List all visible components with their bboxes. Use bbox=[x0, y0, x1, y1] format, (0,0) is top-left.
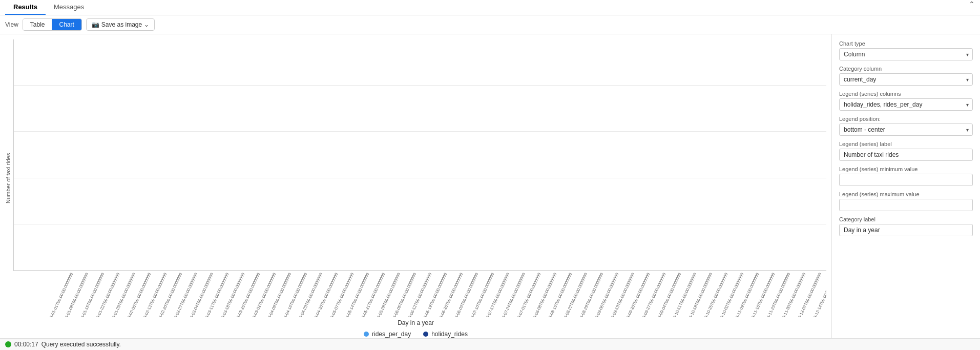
y-axis-label: Number of taxi rides bbox=[5, 39, 11, 317]
category-label-input[interactable] bbox=[839, 224, 973, 236]
legend-dot-rides-per-day bbox=[364, 332, 369, 337]
save-btn-label: Save as image bbox=[101, 21, 142, 28]
chart-area: Number of taxi rides 500k 400k 300k bbox=[0, 34, 831, 341]
x-axis-labels: 2016-01-01T00:00:00.00000002016-01-08T00… bbox=[13, 271, 826, 317]
category-column-select[interactable]: current_day bbox=[839, 73, 973, 86]
legend-series-min-group: Legend (series) minimum value bbox=[839, 166, 973, 186]
legend-series-min-input[interactable] bbox=[839, 174, 973, 186]
legend-rides-per-day: rides_per_day bbox=[364, 331, 411, 338]
legend-position-select[interactable]: bottom - center bbox=[839, 123, 973, 136]
legend-series-columns-group: Legend (series) columns holiday_rides, r… bbox=[839, 91, 973, 111]
collapse-button[interactable]: ⌃ bbox=[969, 0, 975, 15]
category-column-select-wrapper: current_day bbox=[839, 73, 973, 86]
category-label-label: Category label bbox=[839, 216, 973, 222]
category-column-group: Category column current_day bbox=[839, 66, 973, 86]
legend-series-label-input[interactable] bbox=[839, 149, 973, 161]
toolbar: View Table Chart 📷 Save as image ⌄ bbox=[0, 15, 980, 34]
bars-container bbox=[14, 39, 826, 271]
chart-type-label: Chart type bbox=[839, 40, 973, 47]
x-axis-title: Day in a year bbox=[5, 319, 826, 326]
legend-series-max-group: Legend (series) maximum value bbox=[839, 191, 973, 211]
legend-dot-holiday-rides bbox=[423, 332, 428, 337]
legend-series-max-input[interactable] bbox=[839, 199, 973, 211]
legend-series-columns-label: Legend (series) columns bbox=[839, 91, 973, 97]
legend-label-holiday-rides: holiday_rides bbox=[431, 331, 468, 338]
chart-type-group: Chart type Column bbox=[839, 40, 973, 60]
legend-position-select-wrapper: bottom - center bbox=[839, 123, 973, 136]
legend-series-label-group: Legend (series) label bbox=[839, 141, 973, 161]
chart-type-select-wrapper: Column bbox=[839, 48, 973, 60]
tab-messages[interactable]: Messages bbox=[46, 0, 92, 15]
chevron-down-icon: ⌄ bbox=[144, 21, 149, 28]
view-toggle: Table Chart bbox=[23, 18, 82, 31]
tabs-row: Results Messages ⌃ bbox=[0, 0, 980, 15]
legend-position-group: Legend position: bottom - center bbox=[839, 116, 973, 136]
category-column-label: Category column bbox=[839, 66, 973, 72]
chart-btn[interactable]: Chart bbox=[52, 19, 81, 30]
legend-label-rides-per-day: rides_per_day bbox=[372, 331, 411, 338]
category-label-group: Category label bbox=[839, 216, 973, 236]
chart-type-select[interactable]: Column bbox=[839, 48, 973, 60]
legend-series-label-label: Legend (series) label bbox=[839, 141, 973, 147]
status-bar: 00:00:17 Query executed successfully. bbox=[0, 338, 980, 341]
chart-inner: 500k 400k 300k 200k 100k bbox=[13, 39, 826, 317]
tab-results[interactable]: Results bbox=[5, 0, 46, 15]
legend-position-label: Legend position: bbox=[839, 116, 973, 122]
table-btn[interactable]: Table bbox=[23, 19, 52, 30]
legend-series-max-label: Legend (series) maximum value bbox=[839, 191, 973, 197]
main-content: Number of taxi rides 500k 400k 300k bbox=[0, 34, 980, 341]
save-icon: 📷 bbox=[92, 21, 99, 28]
legend-series-min-label: Legend (series) minimum value bbox=[839, 166, 973, 172]
chart-container: Number of taxi rides 500k 400k 300k bbox=[5, 39, 826, 317]
chart-plot: 500k 400k 300k 200k 100k bbox=[13, 39, 826, 271]
legend-series-columns-select-wrapper: holiday_rides, rides_per_day bbox=[839, 98, 973, 111]
right-panel: Chart type Column Category column curren… bbox=[831, 34, 980, 341]
legend-holiday-rides: holiday_rides bbox=[423, 331, 468, 338]
save-as-image-btn[interactable]: 📷 Save as image ⌄ bbox=[86, 18, 155, 31]
view-label: View bbox=[5, 21, 18, 28]
legend-series-columns-select[interactable]: holiday_rides, rides_per_day bbox=[839, 98, 973, 111]
